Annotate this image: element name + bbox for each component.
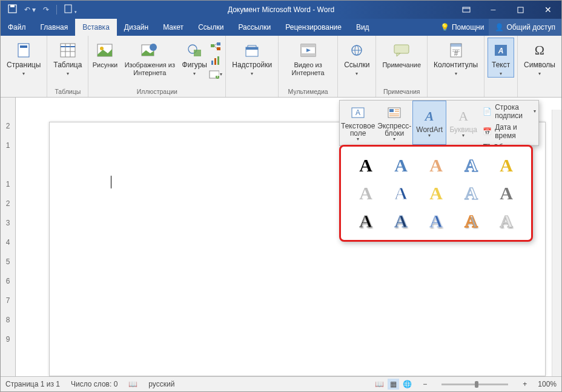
illus-small-buttons: +▾ — [209, 38, 222, 81]
wordart-style-15[interactable]: A — [489, 207, 524, 235]
screenshot-icon[interactable]: +▾ — [209, 68, 222, 81]
pages-button[interactable]: Страницы▾ — [4, 38, 44, 78]
text-dropdown-panel: A Текстовое поле▾ Экспресс-блоки▾ A Word… — [339, 100, 539, 146]
svg-rect-34 — [301, 53, 316, 56]
group-pages: Страницы▾ — [1, 36, 47, 97]
comment-button[interactable]: Примечание — [379, 38, 424, 70]
online-pictures-button[interactable]: Изображения из Интернета — [119, 38, 180, 78]
zoom-value[interactable]: 100% — [538, 380, 557, 388]
svg-line-22 — [214, 44, 217, 45]
wordart-style-6[interactable]: A — [348, 179, 383, 207]
svg-rect-1 — [10, 5, 15, 7]
group-links: Ссылки▾ — [338, 36, 376, 97]
bulb-icon: 💡 — [440, 23, 449, 32]
new-doc-icon[interactable]: ▾ — [64, 4, 76, 15]
wordart-style-11[interactable]: A — [348, 207, 383, 235]
svg-rect-3 — [463, 7, 470, 12]
share-button[interactable]: 👤Общий доступ — [489, 19, 561, 36]
language-status[interactable]: русский — [148, 380, 174, 388]
tab-insert[interactable]: Вставка — [75, 19, 117, 36]
table-icon — [58, 41, 78, 60]
ribbon-options-icon[interactable] — [452, 1, 480, 19]
wordart-style-1[interactable]: A — [348, 151, 383, 179]
tell-me[interactable]: 💡Помощни — [435, 19, 489, 36]
vertical-ruler[interactable]: 21123456789 — [1, 98, 16, 376]
text-block-icon: A — [491, 41, 511, 60]
svg-rect-8 — [61, 44, 75, 57]
ribbon: Страницы▾ Таблица▾ Таблицы Рисунки Изобр… — [1, 36, 561, 98]
tab-review[interactable]: Рецензирование — [278, 19, 349, 36]
online-video-button[interactable]: Видео из Интернета — [282, 38, 334, 78]
proofing-icon[interactable]: 📖 — [128, 380, 137, 388]
wordart-style-7[interactable]: A — [383, 179, 418, 207]
svg-text:#: # — [454, 49, 458, 58]
minimize-icon[interactable]: ─ — [480, 1, 507, 19]
zoom-slider[interactable] — [441, 384, 508, 385]
text-cursor — [111, 176, 111, 188]
person-icon: 👤 — [495, 23, 504, 32]
wordart-style-9[interactable]: A — [454, 179, 489, 207]
svg-rect-51 — [389, 109, 394, 112]
signature-icon: 📄 — [483, 107, 492, 116]
print-layout-icon[interactable]: ▦ — [388, 379, 399, 390]
globe-picture-icon — [140, 41, 159, 60]
maximize-icon[interactable] — [507, 1, 534, 19]
tab-layout[interactable]: Макет — [156, 19, 191, 36]
save-icon[interactable] — [8, 4, 17, 15]
svg-rect-20 — [217, 42, 220, 45]
svg-rect-5 — [518, 7, 523, 13]
redo-icon[interactable]: ↷ — [43, 5, 49, 14]
picture-icon — [95, 41, 114, 60]
svg-rect-42 — [451, 44, 461, 47]
group-tables: Таблица▾ Таблицы — [47, 36, 88, 97]
date-time-button[interactable]: 📅Дата и время — [483, 122, 536, 141]
header-footer-button[interactable]: # Колонтитулы▾ — [431, 38, 481, 78]
links-button[interactable]: Ссылки▾ — [341, 38, 372, 78]
shapes-button[interactable]: Фигуры▾ — [181, 38, 208, 78]
calendar-icon: 📅 — [483, 127, 492, 136]
page-status[interactable]: Страница 1 из 1 — [5, 380, 60, 388]
tab-view[interactable]: Вид — [349, 19, 377, 36]
quickparts-button[interactable]: Экспресс-блоки▾ — [376, 101, 412, 145]
zoom-out-icon[interactable]: − — [423, 380, 427, 388]
window-title: Документ Microsoft Word - Word — [228, 5, 334, 14]
chart-icon[interactable] — [209, 54, 222, 67]
wordart-style-4[interactable]: A — [454, 151, 489, 179]
tab-mailings[interactable]: Рассылки — [231, 19, 278, 36]
comment-icon — [392, 41, 411, 60]
zoom-in-icon[interactable]: + — [523, 380, 527, 388]
title-bar: ↶ ▾ ↷ ▾ Документ Microsoft Word - Word ─… — [1, 1, 561, 19]
tab-file[interactable]: Файл — [1, 19, 33, 36]
dropcap-button[interactable]: A Буквица▾ — [446, 101, 480, 145]
tab-references[interactable]: Ссылки — [191, 19, 231, 36]
smartart-icon[interactable] — [209, 40, 222, 53]
tab-home[interactable]: Главная — [33, 19, 76, 36]
wordart-style-14[interactable]: A — [454, 207, 489, 235]
wordart-button[interactable]: A WordArt▾ — [412, 101, 446, 145]
tab-design[interactable]: Дизайн — [117, 19, 156, 36]
pictures-button[interactable]: Рисунки — [91, 38, 118, 70]
wordart-style-8[interactable]: A — [418, 179, 454, 207]
group-text: A Текст▾ — [484, 36, 518, 97]
undo-icon[interactable]: ↶ ▾ — [24, 5, 36, 14]
textbox-button[interactable]: A Текстовое поле▾ — [340, 101, 376, 145]
wordart-style-3[interactable]: A — [418, 151, 454, 179]
vertical-scrollbar[interactable] — [552, 110, 561, 376]
word-count[interactable]: Число слов: 0 — [71, 380, 117, 388]
wordart-style-12[interactable]: A — [383, 207, 418, 235]
text-button[interactable]: A Текст▾ — [488, 38, 514, 78]
web-layout-icon[interactable]: 🌐 — [403, 380, 412, 388]
dropcap-icon: A — [458, 108, 468, 125]
wordart-style-5[interactable]: A — [489, 151, 524, 179]
wordart-style-2[interactable]: A — [383, 151, 418, 179]
read-mode-icon[interactable]: 📖 — [375, 380, 384, 388]
wordart-style-13[interactable]: A — [418, 207, 454, 235]
symbols-button[interactable]: Ω Символы▾ — [521, 38, 558, 78]
signature-line-button[interactable]: 📄Строка подписи ▾ — [483, 102, 536, 121]
wordart-style-10[interactable]: A — [489, 179, 524, 207]
addins-button[interactable]: Надстройки▾ — [229, 38, 275, 78]
svg-rect-18 — [194, 50, 201, 56]
close-icon[interactable]: ✕ — [534, 1, 561, 19]
group-headerfooter: # Колонтитулы▾ — [428, 36, 484, 97]
table-button[interactable]: Таблица▾ — [50, 38, 85, 78]
